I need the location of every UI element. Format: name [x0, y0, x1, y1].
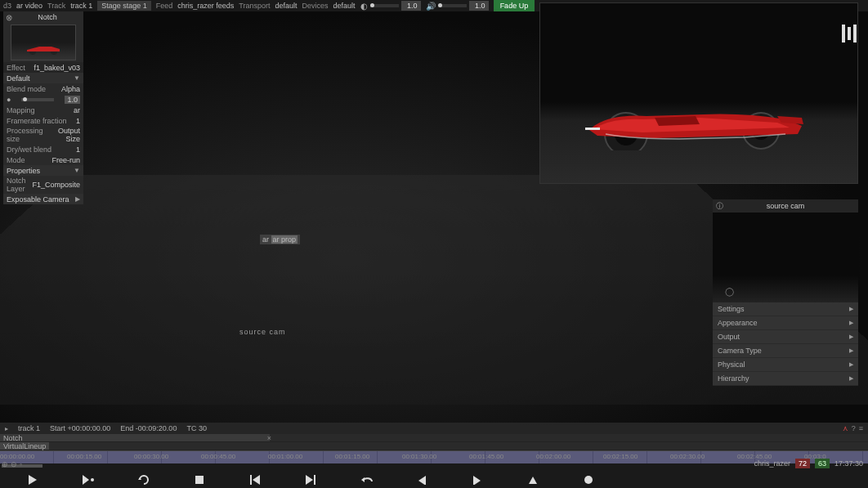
status-bar: chris_razer 72 63 17:37:30: [754, 459, 863, 468]
zoom-in-icon[interactable]: ⊕: [2, 460, 8, 468]
fps-badge-2: 63: [815, 459, 830, 468]
chevron-right-icon: ▶: [75, 195, 80, 203]
expand-icon[interactable]: ▸: [5, 425, 8, 432]
volume-slider[interactable]: 🔊 1.0: [426, 1, 489, 11]
timeline-area: ▸ track 1 Start +00:00:00.00 End -00:09:…: [0, 423, 868, 488]
mapping-row[interactable]: Mapping ar: [3, 105, 83, 115]
audio-meter-icon: [842, 25, 857, 43]
timeline-ruler[interactable]: 00:00:00.0000:00:15.0000:00:30.0000:00:4…: [0, 450, 868, 463]
camera-type-row[interactable]: Camera Type▶: [713, 344, 858, 358]
ar-prop-label[interactable]: ar ar prop: [260, 235, 300, 244]
f1-car-render: [581, 93, 810, 150]
play-section-button[interactable]: [80, 474, 96, 486]
volume-value[interactable]: 1.0: [469, 1, 489, 11]
source-cam-title: source cam: [767, 202, 805, 210]
timeline-status-icons: ⋏ ? ≡: [843, 424, 863, 432]
properties-dropdown[interactable]: Properties ▼: [3, 165, 83, 176]
feed-value[interactable]: chris_razer feeds: [177, 2, 234, 10]
devices-label: Devices: [302, 2, 329, 10]
ruler-tick: 00:00:30.00: [134, 453, 168, 460]
source-cam-panel: ⓘ source cam ◯ Settings▶ Appearance▶ Out…: [713, 199, 858, 386]
zoom-controls: ⊕ ⊖ ◦: [2, 460, 22, 468]
timeline-info-bar: ▸ track 1 Start +00:00:00.00 End -00:09:…: [0, 423, 868, 434]
preset-dropdown[interactable]: Default ▼: [3, 73, 83, 83]
prev-cue-button[interactable]: [414, 475, 430, 485]
ruler-tick: 00:02:15.00: [603, 453, 638, 460]
stop-button[interactable]: [191, 475, 208, 485]
svg-rect-10: [314, 475, 315, 485]
opacity-slider-row[interactable]: ● 1.0: [3, 94, 83, 105]
timeline-tc: TC 30: [186, 424, 207, 432]
output-row[interactable]: Output▶: [713, 330, 858, 344]
fade-up-button[interactable]: Fade Up: [494, 0, 535, 11]
opacity-dot-icon: ●: [7, 96, 11, 104]
timeline-scrubber[interactable]: [0, 463, 868, 470]
help-icon[interactable]: ?: [852, 424, 856, 432]
transport-value[interactable]: default: [275, 2, 298, 10]
ruler-tick: 00:01:15.00: [335, 453, 369, 460]
settings-row[interactable]: Settings▶: [713, 302, 858, 316]
next-section-button[interactable]: [302, 474, 319, 486]
undo-button[interactable]: [358, 475, 374, 485]
track-virtual-lineup[interactable]: VirtualLineup: [0, 442, 868, 450]
svg-point-7: [91, 478, 94, 481]
next-cue-button[interactable]: [469, 475, 485, 485]
zoom-fit-icon[interactable]: ◦: [20, 460, 22, 468]
chevron-right-icon: ▶: [849, 320, 853, 326]
transport-label: Transport: [239, 2, 270, 10]
volume-icon: 🔊: [426, 2, 436, 11]
hierarchy-row[interactable]: Hierarchy▶: [713, 372, 858, 386]
framerate-row[interactable]: Framerate fraction 1: [3, 115, 83, 126]
stage-button[interactable]: Stage stage 1: [97, 1, 151, 11]
ruler-tick: 00:01:45.00: [469, 453, 503, 460]
ruler-tick: 00:02:00.00: [536, 453, 570, 460]
effect-thumbnail[interactable]: [11, 25, 76, 60]
zoom-out-icon[interactable]: ⊖: [11, 460, 17, 468]
chevron-down-icon: ▼: [74, 74, 80, 82]
ruler-tick: 00:01:00.00: [268, 453, 302, 460]
physical-row[interactable]: Physical▶: [713, 358, 858, 372]
chevron-right-icon: ▶: [849, 361, 853, 368]
project-name[interactable]: ar video: [16, 2, 43, 10]
close-icon[interactable]: ×: [267, 434, 271, 442]
brightness-value[interactable]: 1.0: [401, 1, 421, 11]
track-notch[interactable]: Notch×: [0, 434, 868, 442]
appearance-row[interactable]: Appearance▶: [713, 316, 858, 330]
marker-button[interactable]: [525, 475, 541, 485]
record-button[interactable]: [580, 475, 597, 485]
transport-controls: [0, 470, 868, 488]
prev-section-button[interactable]: [247, 474, 263, 486]
feed-label: Feed: [156, 2, 173, 10]
info-icon[interactable]: ⓘ: [716, 201, 723, 212]
app-name: d3: [3, 2, 11, 10]
brightness-slider[interactable]: ◐ 1.0: [360, 1, 421, 11]
track-value[interactable]: track 1: [70, 2, 92, 10]
mode-row[interactable]: Mode Free-run: [3, 154, 83, 165]
preview-viewport[interactable]: [539, 2, 858, 184]
play-button[interactable]: [25, 474, 41, 486]
chevron-right-icon: ▶: [849, 306, 853, 312]
inspector-header: ⊗ Notch: [3, 11, 83, 23]
loop-button[interactable]: [136, 474, 152, 486]
effect-row[interactable]: Effect f1_baked_v03: [3, 62, 83, 73]
timeline-track-name[interactable]: track 1: [18, 424, 40, 432]
chevron-right-icon: ▶: [849, 375, 853, 382]
svg-rect-6: [585, 128, 600, 130]
inspector-title: Notch: [13, 13, 82, 21]
svg-rect-8: [195, 476, 204, 484]
menu-icon[interactable]: ≡: [859, 424, 863, 432]
processing-row[interactable]: Processing size Output Size: [3, 126, 83, 144]
blend-mode-row[interactable]: Blend mode Alpha: [3, 83, 83, 94]
chevron-right-icon: ▶: [849, 334, 853, 340]
notch-layer-row[interactable]: Notch Layer F1_Composite: [3, 176, 83, 194]
exposable-camera-row[interactable]: Exposable Camera ▶: [3, 194, 83, 204]
source-cam-thumbnail[interactable]: ◯: [713, 213, 858, 302]
drywet-row[interactable]: Dry/wet blend 1: [3, 144, 83, 154]
person-icon[interactable]: ⋏: [843, 424, 848, 432]
svg-point-11: [584, 476, 593, 484]
source-cam-label[interactable]: source cam: [237, 327, 289, 337]
inspector-panel: ⊗ Notch Effect f1_baked_v03 Default ▼ Bl…: [3, 11, 83, 204]
devices-value[interactable]: default: [333, 2, 356, 10]
close-icon[interactable]: ⊗: [5, 13, 13, 21]
source-cam-header: ⓘ source cam: [713, 199, 858, 213]
